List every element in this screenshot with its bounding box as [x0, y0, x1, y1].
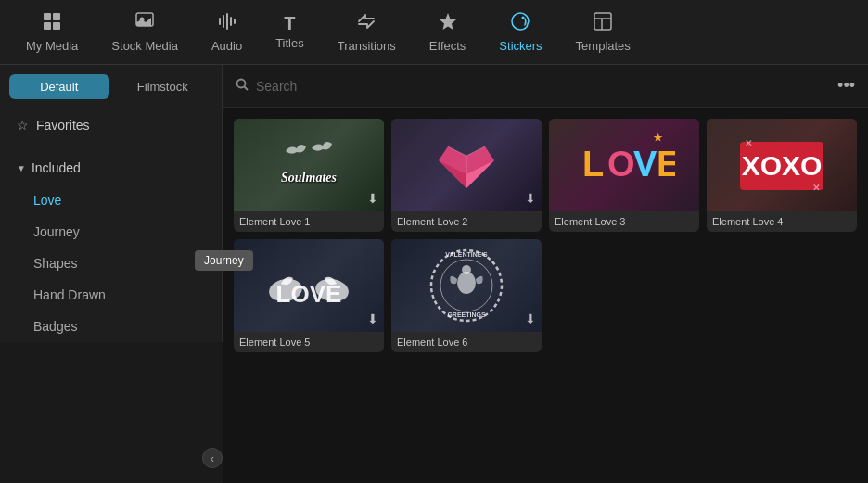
download-icon-1: ⬇ — [367, 191, 378, 206]
sticker-thumb-1: Soulmates ⬇ — [234, 119, 384, 211]
svg-text:O: O — [607, 145, 635, 184]
transitions-icon — [356, 11, 377, 35]
main-layout: Default Filmstock ☆ Favorites ▼ Included… — [0, 65, 868, 483]
nav-stickers-label: Stickers — [499, 39, 542, 53]
star-icon: ☆ — [17, 118, 29, 133]
tab-filmstock[interactable]: Filmstock — [113, 74, 213, 99]
svg-text:LOVE: LOVE — [276, 280, 342, 308]
content-area: ••• Soulmates ⬇ — [223, 65, 868, 483]
tab-default[interactable]: Default — [9, 74, 109, 99]
journey-label: Journey — [33, 224, 80, 239]
sticker-card-1[interactable]: Soulmates ⬇ Element Love 1 — [234, 119, 384, 232]
sticker-card-3[interactable]: L O V E Element Love 3 — [549, 119, 699, 232]
svg-rect-2 — [44, 22, 51, 30]
sidebar-item-shapes[interactable]: Shapes — [0, 248, 222, 279]
sticker-thumb-5: LOVE ⬇ — [234, 239, 384, 332]
sticker-label-6: Element Love 6 — [391, 332, 542, 352]
hand-drawn-label: Hand Drawn — [33, 287, 106, 302]
love-colorful-art: L O V E — [573, 128, 675, 202]
sidebar-item-journey[interactable]: Journey — [0, 216, 222, 248]
sidebar-item-hand-drawn[interactable]: Hand Drawn — [0, 279, 222, 311]
svg-rect-3 — [53, 22, 60, 30]
svg-rect-0 — [44, 13, 51, 20]
titles-icon: T — [284, 14, 295, 32]
svg-rect-9 — [594, 13, 611, 30]
nav-stock-media-label: Stock Media — [111, 39, 178, 53]
sticker-card-4[interactable]: XOXO ✕ ✕ Element Love 4 — [707, 119, 857, 232]
search-input[interactable] — [256, 79, 830, 94]
sidebar: Default Filmstock ☆ Favorites ▼ Included… — [0, 65, 223, 342]
nav-stock-media[interactable]: Stock Media — [95, 0, 195, 64]
svg-text:L: L — [582, 145, 604, 184]
audio-icon — [217, 11, 237, 35]
shapes-label: Shapes — [33, 256, 77, 271]
sticker-card-2[interactable]: ⬇ Element Love 2 — [391, 119, 542, 232]
xoxo-art: XOXO ✕ ✕ — [731, 128, 833, 202]
svg-text:✕: ✕ — [745, 138, 752, 148]
sticker-label-3: Element Love 3 — [549, 211, 699, 232]
templates-icon — [593, 11, 613, 35]
sidebar-group-included[interactable]: ▼ Included — [0, 151, 222, 184]
svg-rect-1 — [53, 13, 60, 20]
svg-text:✕: ✕ — [812, 183, 820, 193]
sticker-label-5: Element Love 5 — [234, 332, 384, 352]
svg-text:VALENTINE'S: VALENTINE'S — [445, 251, 488, 258]
more-options-button[interactable]: ••• — [837, 76, 855, 95]
nav-transitions-label: Transitions — [338, 39, 396, 53]
stock-media-icon — [134, 11, 155, 35]
soulmates-art: Soulmates — [258, 128, 360, 202]
svg-text:E: E — [657, 145, 675, 184]
download-icon-6: ⬇ — [525, 311, 536, 326]
top-navigation: My Media Stock Media Audio T Titles Tran… — [0, 0, 868, 65]
sticker-label-2: Element Love 2 — [391, 211, 542, 232]
sticker-grid: Soulmates ⬇ Element Love 1 — [223, 108, 868, 363]
sticker-label-1: Element Love 1 — [234, 211, 384, 232]
sticker-label-4: Element Love 4 — [707, 211, 857, 232]
svg-marker-7 — [440, 13, 456, 30]
sticker-card-6[interactable]: VALENTINE'S GREETINGS ⬇ Element Love 6 — [391, 239, 542, 352]
svg-text:Soulmates: Soulmates — [281, 171, 337, 184]
favorites-label: Favorites — [36, 118, 90, 133]
sticker-thumb-6: VALENTINE'S GREETINGS ⬇ — [391, 239, 542, 332]
sidebar-section-included: ▼ Included Love Journey Shapes Hand Draw… — [0, 151, 222, 342]
chevron-down-icon: ▼ — [17, 163, 26, 173]
svg-line-13 — [245, 87, 249, 91]
heart-art — [429, 128, 504, 202]
nav-audio-label: Audio — [211, 39, 242, 53]
svg-point-35 — [457, 272, 476, 294]
sticker-card-5[interactable]: LOVE ⬇ Element Love 5 — [234, 239, 384, 352]
sticker-thumb-2: ⬇ — [391, 119, 542, 211]
nav-templates[interactable]: Templates — [559, 0, 647, 64]
sidebar-tabs: Default Filmstock — [0, 65, 222, 99]
nav-stickers[interactable]: Stickers — [482, 0, 558, 64]
nav-transitions[interactable]: Transitions — [321, 0, 413, 64]
nav-titles[interactable]: T Titles — [259, 0, 321, 64]
nav-templates-label: Templates — [576, 39, 631, 53]
search-icon — [236, 78, 249, 94]
svg-point-12 — [237, 80, 246, 88]
love-label: Love — [33, 193, 61, 208]
valentine-stamp-art: VALENTINE'S GREETINGS — [425, 244, 508, 327]
sidebar-item-badges[interactable]: Badges — [0, 311, 222, 342]
effects-icon — [438, 11, 458, 35]
sidebar-item-favorites[interactable]: ☆ Favorites — [0, 108, 222, 142]
nav-titles-label: Titles — [275, 36, 304, 50]
svg-text:XOXO: XOXO — [742, 150, 823, 181]
sidebar-wrapper: Default Filmstock ☆ Favorites ▼ Included… — [0, 65, 223, 483]
svg-text:GREETINGS: GREETINGS — [447, 311, 486, 318]
badges-label: Badges — [33, 319, 77, 334]
download-icon-5: ⬇ — [367, 311, 378, 326]
nav-effects[interactable]: Effects — [413, 0, 483, 64]
collapse-icon: ‹ — [211, 451, 214, 465]
nav-my-media[interactable]: My Media — [9, 0, 95, 64]
svg-point-36 — [462, 265, 471, 274]
svg-point-8 — [522, 17, 525, 19]
sidebar-collapse-button[interactable]: ‹ — [202, 448, 223, 468]
sidebar-item-love[interactable]: Love — [0, 184, 222, 216]
sticker-thumb-3: L O V E — [549, 119, 699, 211]
stickers-icon — [510, 11, 530, 35]
love-swans-art: LOVE — [258, 248, 360, 323]
nav-effects-label: Effects — [429, 39, 466, 53]
svg-text:V: V — [633, 145, 657, 184]
nav-audio[interactable]: Audio — [195, 0, 259, 64]
